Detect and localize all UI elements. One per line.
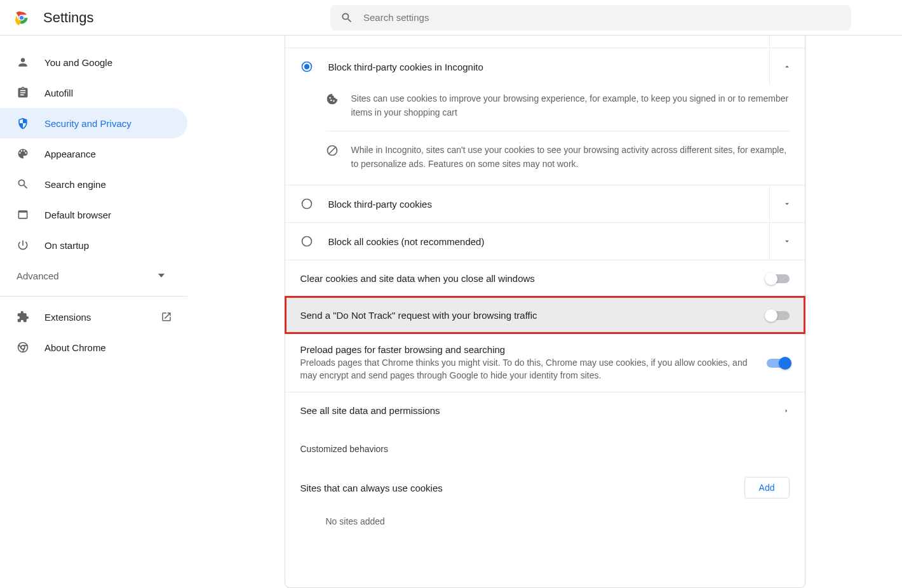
no-sites-added-label: No sites added (285, 506, 805, 537)
divider (326, 131, 790, 131)
main-content: Block third-party cookies in Incognito S… (187, 36, 902, 588)
svg-point-9 (302, 237, 311, 246)
external-link-icon (161, 311, 172, 323)
block-icon (326, 144, 339, 157)
sidebar-item-you-and-google[interactable]: You and Google (0, 47, 187, 77)
shield-icon (17, 117, 29, 130)
person-icon (17, 56, 29, 69)
sidebar-item-label: About Chrome (44, 342, 187, 353)
extension-icon (17, 311, 29, 323)
sidebar-item-security-privacy[interactable]: Security and Privacy (0, 108, 187, 138)
cookie-option-block-all[interactable]: Block all cookies (not recommended) (285, 222, 805, 260)
divider (0, 296, 187, 297)
search-icon (17, 178, 29, 190)
info-text: While in Incognito, sites can't use your… (351, 143, 790, 171)
sidebar-item-about-chrome[interactable]: About Chrome (0, 332, 187, 363)
svg-point-8 (302, 199, 311, 209)
svg-line-7 (329, 147, 335, 154)
sidebar-item-label: Appearance (44, 149, 187, 159)
header-bar: Settings (0, 0, 902, 36)
sidebar-item-label: Default browser (44, 210, 187, 220)
toggle-clear-on-close[interactable] (767, 274, 790, 283)
info-block-row: While in Incognito, sites can't use your… (285, 137, 805, 177)
setting-title: Preload pages for faster browsing and se… (300, 344, 767, 355)
setting-preload-pages[interactable]: Preload pages for faster browsing and se… (285, 333, 805, 392)
window-icon (17, 208, 29, 221)
setting-subtitle: Preloads pages that Chrome thinks you mi… (300, 356, 767, 382)
palette-icon (17, 147, 29, 160)
sidebar-item-label: You and Google (44, 57, 187, 68)
search-input[interactable] (363, 12, 841, 23)
custom-behaviors-header: Customized behaviors (285, 429, 805, 459)
setting-title: Clear cookies and site data when you clo… (300, 273, 767, 284)
add-site-button[interactable]: Add (744, 477, 790, 498)
info-cookie-row: Sites can use cookies to improve your br… (285, 85, 805, 126)
sidebar-item-extensions[interactable]: Extensions (0, 302, 187, 332)
sidebar-item-label: On startup (44, 240, 187, 251)
sidebar-item-autofill[interactable]: Autofill (0, 77, 187, 108)
sidebar-item-label: Security and Privacy (44, 118, 187, 129)
expand-button[interactable] (769, 223, 805, 260)
expand-spacer (769, 36, 805, 48)
toggle-preload[interactable] (767, 359, 790, 368)
radio-label: Block all cookies (not recommended) (328, 236, 769, 247)
sidebar-item-label: Extensions (44, 312, 161, 323)
radio-label: Block third-party cookies (328, 199, 769, 210)
settings-card: Block third-party cookies in Incognito S… (285, 36, 805, 588)
cookie-option-third-party[interactable]: Block third-party cookies (285, 185, 805, 222)
sites-always-row: Sites that can always use cookies Add (285, 459, 805, 506)
power-icon (17, 239, 29, 251)
search-settings-box[interactable] (330, 5, 851, 30)
expand-button[interactable] (769, 185, 805, 222)
sidebar-advanced-toggle[interactable]: Advanced (0, 260, 187, 291)
sites-always-label: Sites that can always use cookies (300, 483, 744, 493)
clipboard-icon (17, 86, 29, 99)
setting-do-not-track[interactable]: Send a "Do Not Track" request with your … (285, 297, 805, 333)
sidebar-item-on-startup[interactable]: On startup (0, 230, 187, 260)
page-title: Settings (43, 10, 94, 26)
chevron-down-icon (783, 237, 791, 246)
radio-unselected-icon (300, 197, 313, 210)
radio-selected-icon (300, 60, 313, 73)
toggle-do-not-track[interactable] (767, 311, 790, 320)
sidebar-item-search-engine[interactable]: Search engine (0, 169, 187, 199)
radio-unselected-icon (300, 235, 313, 248)
sidebar-item-default-browser[interactable]: Default browser (0, 199, 187, 230)
sidebar-item-label: Autofill (44, 88, 187, 98)
search-icon (340, 11, 353, 24)
chrome-logo-icon (13, 9, 30, 27)
chevron-right-icon (783, 406, 790, 415)
setting-title: Send a "Do Not Track" request with your … (300, 310, 767, 321)
chevron-down-icon (783, 199, 791, 208)
spacer (285, 177, 805, 185)
chevron-up-icon (783, 62, 791, 71)
collapse-button[interactable] (769, 48, 805, 85)
svg-point-5 (304, 64, 309, 69)
setting-clear-on-close[interactable]: Clear cookies and site data when you clo… (285, 260, 805, 297)
sidebar-item-label: Search engine (44, 179, 187, 190)
sidebar: You and Google Autofill Security and Pri… (0, 36, 187, 588)
svg-point-1 (19, 15, 24, 20)
sidebar-item-appearance[interactable]: Appearance (0, 138, 187, 169)
caret-down-icon (158, 274, 165, 277)
info-text: Sites can use cookies to improve your br… (351, 91, 790, 119)
cookie-icon (326, 93, 339, 105)
radio-label: Block third-party cookies in Incognito (328, 62, 769, 72)
advanced-label: Advanced (17, 271, 59, 281)
card-spacer (285, 36, 805, 48)
cookie-option-incognito[interactable]: Block third-party cookies in Incognito (285, 48, 805, 85)
link-label: See all site data and permissions (300, 405, 783, 416)
link-site-data[interactable]: See all site data and permissions (285, 392, 805, 429)
chrome-outline-icon (17, 341, 29, 354)
